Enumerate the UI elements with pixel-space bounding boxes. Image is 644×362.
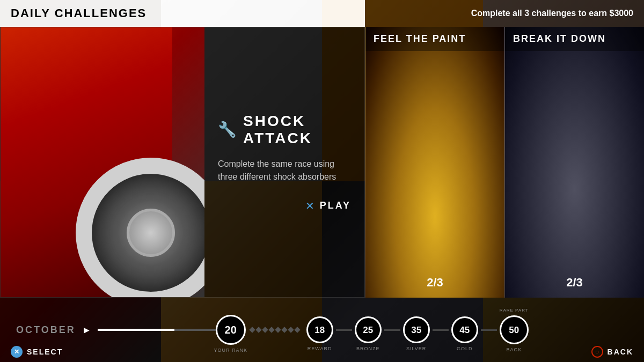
right-panel: Complete all 3 challenges to earn $3000 … — [365, 0, 644, 298]
challenge-name: SHOCK ATTACK — [243, 113, 351, 147]
right-header: Complete all 3 challenges to earn $3000 — [365, 0, 644, 27]
connector-1 — [336, 329, 352, 331]
select-button[interactable]: ✕ SELECT — [11, 346, 63, 358]
dot-3 — [262, 327, 268, 333]
challenge-name-row: 🔧 SHOCK ATTACK — [218, 113, 351, 147]
month-label: OCTOBER — [16, 324, 76, 336]
reward-node: 18 REWARD — [306, 316, 333, 343]
sub-car-2-graphic — [505, 27, 644, 298]
challenge-card-content: 🔧 SHOCK ATTACK Complete the same race us… — [204, 27, 364, 297]
back-button[interactable]: ○ BACK — [591, 346, 633, 358]
daily-challenges-title: DAILY CHALLENGES — [11, 6, 147, 20]
sub-car-1-graphic — [365, 27, 504, 298]
bottom-actions: ✕ SELECT ○ BACK — [0, 343, 644, 362]
play-label: PLAY — [320, 200, 351, 211]
rare-part-value: 50 — [509, 326, 519, 335]
your-rank-node: 20 YOUR RANK — [216, 315, 246, 345]
sub-challenge-1-progress: 2/3 — [427, 276, 443, 290]
earn-text: Complete all 3 challenges to earn $3000 — [471, 9, 633, 18]
dot-2 — [255, 327, 261, 333]
dot-6 — [281, 327, 287, 333]
sub-challenge-2-title: BREAK IT DOWN — [505, 27, 644, 51]
main-challenge-card: 🔧 SHOCK ATTACK Complete the same race us… — [0, 27, 365, 298]
left-panel: DAILY CHALLENGES 🔧 SHOCK ATTACK Complete… — [0, 0, 365, 298]
dots-row-1 — [250, 328, 299, 332]
challenge-description: Complete the same race using three diffe… — [218, 158, 351, 183]
dot-4 — [268, 327, 274, 333]
sub-challenge-2[interactable]: BREAK IT DOWN 2/3 — [504, 27, 644, 298]
back-icon: ○ — [591, 346, 603, 358]
progress-bar-container — [98, 329, 216, 331]
dot-5 — [275, 327, 281, 333]
connector-3 — [433, 329, 449, 331]
bronze-node: 25 BRONZE — [355, 316, 382, 343]
your-rank-label: YOUR RANK — [214, 348, 247, 353]
rare-part-label-top: RARE PART — [500, 308, 529, 313]
wrench-icon: 🔧 — [218, 121, 237, 138]
dot-8 — [294, 327, 300, 333]
dot-7 — [288, 327, 294, 333]
silver-node: 35 SILVER — [403, 316, 430, 343]
play-x-icon: ✕ — [305, 200, 314, 212]
connector-2 — [384, 329, 400, 331]
gold-node: 45 GOLD — [451, 316, 478, 343]
challenge-card-image — [1, 27, 204, 297]
connector-4 — [481, 329, 497, 331]
top-section: DAILY CHALLENGES 🔧 SHOCK ATTACK Complete… — [0, 0, 644, 298]
dot-1 — [249, 327, 255, 333]
play-button[interactable]: ✕ PLAY — [305, 200, 351, 212]
your-rank-number: 20 — [225, 324, 237, 335]
select-icon: ✕ — [11, 346, 23, 358]
ui-container: DAILY CHALLENGES 🔧 SHOCK ATTACK Complete… — [0, 0, 644, 362]
sub-challenge-1-title: FEEL THE PAINT — [365, 27, 504, 51]
progress-bar-fill — [98, 329, 174, 331]
sub-challenge-2-progress: 2/3 — [566, 276, 583, 290]
gold-value: 45 — [459, 326, 470, 335]
sub-challenges: FEEL THE PAINT 2/3 BREAK IT DOWN 2/3 — [365, 27, 644, 298]
silver-value: 35 — [411, 326, 421, 335]
back-action-label: BACK — [608, 348, 633, 356]
rare-part-node: RARE PART 50 BACK — [500, 315, 529, 344]
right-actions: ○ BACK — [591, 346, 633, 358]
sub-challenge-1[interactable]: FEEL THE PAINT 2/3 — [365, 27, 504, 298]
daily-challenges-header: DAILY CHALLENGES — [0, 0, 365, 27]
select-label: SELECT — [27, 348, 63, 356]
month-arrow: ▶ — [84, 326, 90, 334]
bronze-value: 25 — [363, 326, 373, 335]
bottom-bar: OCTOBER ▶ 20 YOUR RANK 18 REWARD — [0, 298, 644, 362]
reward-value: 18 — [314, 326, 325, 335]
